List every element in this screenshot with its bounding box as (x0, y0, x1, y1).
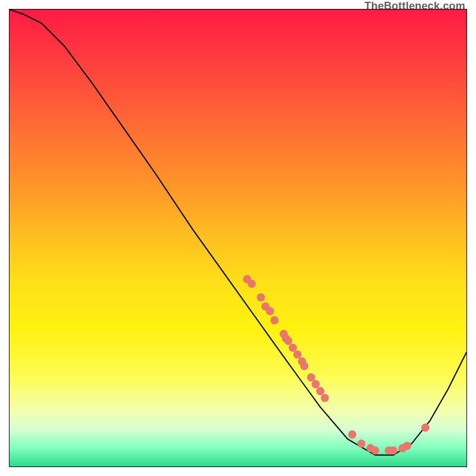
scatter-point (403, 442, 411, 450)
scatter-point (389, 446, 397, 455)
scatter-point (321, 394, 329, 402)
scatter-point (307, 373, 315, 381)
scatter-point (316, 387, 324, 395)
scatter-point (357, 440, 365, 448)
plot-area (9, 9, 467, 467)
scatter-point (266, 307, 274, 315)
scatter-point (284, 337, 293, 345)
scatter-points (243, 275, 429, 455)
scatter-point (271, 316, 279, 324)
scatter-point (289, 343, 297, 352)
scatter-point (300, 362, 308, 370)
scatter-point (421, 424, 430, 432)
scatter-point (348, 430, 356, 439)
chart-frame: TheBottleneck.com (0, 0, 476, 476)
scatter-point (248, 280, 256, 288)
scatter-point (312, 380, 320, 389)
scatter-point (256, 293, 265, 302)
bottleneck-curve (10, 10, 466, 455)
scatter-point (293, 350, 302, 359)
chart-overlay (10, 10, 466, 466)
scatter-point (371, 446, 379, 455)
